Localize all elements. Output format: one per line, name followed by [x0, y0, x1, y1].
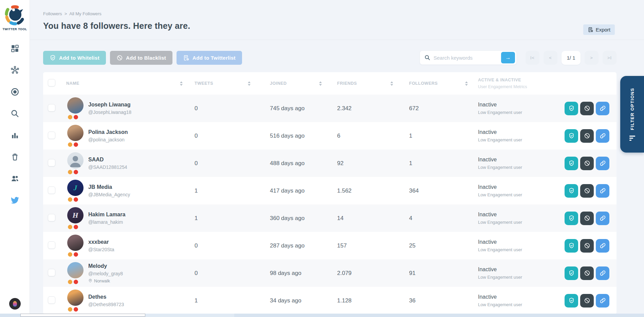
user-name[interactable]: Dethes — [88, 294, 124, 300]
breadcrumb-followers[interactable]: Followers — [43, 11, 62, 16]
row-checkbox[interactable] — [48, 214, 55, 221]
tweets-value: 0 — [195, 242, 245, 249]
column-header-joined[interactable]: JOINED — [266, 81, 317, 86]
user-name[interactable]: Polina Jackson — [88, 129, 128, 135]
column-header-tweets[interactable]: TWEETS — [195, 81, 245, 86]
row-profile-link-button[interactable] — [596, 266, 609, 280]
avatar[interactable] — [67, 97, 84, 114]
sort-followers-icon[interactable] — [464, 81, 469, 86]
avatar[interactable] — [67, 125, 84, 141]
user-name[interactable]: JB Media — [88, 184, 130, 190]
avatar[interactable]: J — [67, 180, 84, 196]
friends-value: 14 — [337, 215, 386, 222]
row-checkbox[interactable] — [48, 269, 55, 276]
tweets-value: 1 — [195, 297, 245, 304]
sidebar-item-network[interactable] — [10, 65, 20, 75]
row-blacklist-button[interactable] — [580, 266, 594, 280]
row-profile-link-button[interactable] — [596, 294, 609, 308]
row-blacklist-button[interactable] — [580, 184, 594, 198]
status-dot-red — [74, 280, 78, 284]
search-submit-button[interactable]: → — [501, 52, 515, 63]
sidebar-item-search[interactable] — [10, 109, 20, 118]
user-handle[interactable]: @JosephLiwanag18 — [88, 110, 131, 115]
row-whitelist-button[interactable] — [565, 157, 578, 170]
user-name[interactable]: Joseph Liwanag — [88, 102, 131, 108]
row-checkbox[interactable] — [48, 296, 55, 304]
user-handle[interactable]: @polina_jackson — [88, 137, 128, 142]
pagination-next-button[interactable]: > — [585, 51, 599, 65]
status-dots — [68, 115, 78, 119]
row-profile-link-button[interactable] — [596, 184, 609, 198]
user-handle[interactable]: @Star20Sta — [88, 247, 114, 252]
pagination-last-button[interactable]: >I — [603, 51, 617, 65]
sort-tweets-icon[interactable] — [247, 81, 252, 86]
user-name[interactable]: Melody — [88, 263, 123, 269]
row-blacklist-button[interactable] — [580, 294, 594, 308]
row-blacklist-button[interactable] — [580, 239, 594, 253]
row-profile-link-button[interactable] — [596, 102, 609, 115]
row-whitelist-button[interactable] — [565, 129, 578, 143]
user-handle[interactable]: @JBMedia_Agency — [88, 192, 130, 197]
avatar[interactable] — [67, 152, 84, 169]
user-profile-avatar[interactable] — [9, 298, 21, 310]
user-name[interactable]: xxxbear — [88, 239, 114, 245]
pagination-prev-button[interactable]: < — [544, 51, 557, 65]
row-whitelist-button[interactable] — [565, 212, 578, 225]
row-checkbox[interactable] — [48, 132, 55, 139]
user-name[interactable]: SAAD — [88, 157, 127, 163]
export-button[interactable]: Export — [583, 24, 615, 35]
sidebar-item-trash[interactable] — [10, 152, 20, 162]
sidebar-item-audience-target[interactable] — [10, 87, 20, 97]
filter-options-tab[interactable]: FILTER OPTIONS — [620, 76, 644, 153]
status-dot-orange — [68, 280, 72, 284]
user-handle[interactable]: @Dethes898723 — [88, 302, 124, 307]
pagination-first-button[interactable]: I< — [526, 51, 539, 65]
sidebar-item-dashboard[interactable] — [10, 44, 20, 53]
scrollbar-thumb[interactable] — [20, 314, 145, 317]
avatar[interactable] — [67, 235, 84, 251]
app-logo[interactable]: TWITTER TOOL — [2, 5, 27, 31]
row-whitelist-button[interactable] — [565, 239, 578, 253]
add-to-twitterlist-button[interactable]: Add to Twitterlist — [177, 51, 242, 65]
column-header-friends[interactable]: FRIENDS — [337, 81, 386, 86]
row-blacklist-button[interactable] — [580, 157, 594, 170]
column-header-followers[interactable]: FOLLOWERS — [407, 81, 463, 86]
horizontal-scrollbar[interactable] — [0, 314, 644, 317]
search-input[interactable] — [434, 55, 501, 61]
user-handle[interactable]: @melody_gray8 — [88, 271, 123, 276]
row-checkbox[interactable] — [48, 241, 55, 249]
row-blacklist-button[interactable] — [580, 212, 594, 225]
row-profile-link-button[interactable] — [596, 157, 609, 170]
sidebar-item-twitter[interactable] — [10, 196, 20, 205]
row-whitelist-button[interactable] — [565, 184, 578, 198]
user-handle[interactable]: @SAAD12881254 — [88, 164, 127, 170]
sidebar-item-contacts[interactable] — [10, 174, 20, 183]
breadcrumb-current[interactable]: All My Followers — [69, 11, 102, 16]
avatar[interactable]: H — [67, 207, 84, 223]
row-checkbox[interactable] — [48, 186, 55, 194]
row-checkbox[interactable] — [48, 104, 55, 112]
row-whitelist-button[interactable] — [565, 266, 578, 280]
row-whitelist-button[interactable] — [565, 102, 578, 115]
add-to-blacklist-button[interactable]: Add to Blacklist — [110, 51, 172, 65]
user-handle[interactable]: @lamara_hakim — [88, 219, 125, 225]
row-checkbox[interactable] — [48, 159, 55, 166]
row-blacklist-button[interactable] — [580, 102, 594, 115]
add-to-whitelist-button[interactable]: Add to Whitelist — [43, 51, 106, 65]
sidebar-item-analytics[interactable] — [10, 131, 20, 140]
filter-lines-icon — [629, 136, 635, 141]
sort-name-icon[interactable] — [179, 81, 184, 86]
sort-friends-icon[interactable] — [388, 81, 392, 86]
user-name[interactable]: Hakim Lamara — [88, 212, 125, 218]
status-dot-red — [74, 115, 78, 119]
row-profile-link-button[interactable] — [596, 212, 609, 225]
column-header-name[interactable]: NAME — [62, 81, 178, 86]
row-profile-link-button[interactable] — [596, 239, 609, 253]
select-all-checkbox[interactable] — [48, 79, 55, 86]
row-blacklist-button[interactable] — [580, 129, 594, 143]
avatar[interactable] — [67, 290, 84, 306]
avatar[interactable] — [67, 262, 84, 278]
row-profile-link-button[interactable] — [596, 129, 609, 143]
sort-joined-icon[interactable] — [318, 81, 323, 86]
row-whitelist-button[interactable] — [565, 294, 578, 308]
